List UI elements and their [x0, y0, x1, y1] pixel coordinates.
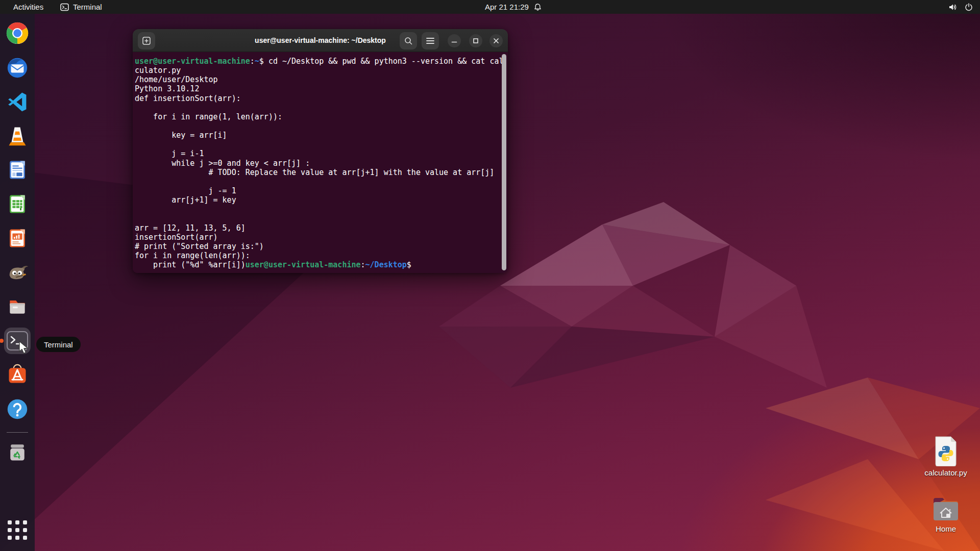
- show-applications-button[interactable]: [8, 520, 27, 540]
- top-panel: Activities Terminal Apr 21 21:29: [0, 0, 980, 14]
- notification-bell-icon: [534, 3, 542, 11]
- dock-item-vscode[interactable]: [4, 88, 31, 115]
- desktop-icon-label: calculator.py: [924, 468, 967, 477]
- help-icon: [6, 398, 29, 420]
- close-icon: [493, 38, 499, 44]
- grid-dot: [15, 520, 19, 524]
- terminal-line: [135, 205, 506, 214]
- grid-dot: [15, 536, 19, 540]
- grid-dot: [8, 536, 12, 540]
- dock-item-thunderbird[interactable]: [4, 54, 31, 81]
- terminal-headerbar[interactable]: user@user-virtual-machine: ~/Desktop: [133, 29, 508, 52]
- mouse-cursor: [18, 341, 32, 357]
- terminal-line: def insertionSort(arr):: [135, 94, 506, 103]
- desktop-icon-calculator-py[interactable]: calculator.py: [922, 435, 969, 478]
- home-folder-icon: [922, 496, 969, 522]
- dock-tooltip-label: Terminal: [44, 340, 73, 349]
- dock-item-ubuntu-software[interactable]: [4, 362, 31, 388]
- search-button[interactable]: [400, 32, 417, 49]
- vlc-icon: [6, 124, 29, 147]
- terminal-line: /home/user/Desktop: [135, 75, 506, 84]
- dock-tooltip: Terminal: [36, 337, 81, 352]
- dock-divider: [7, 432, 28, 433]
- terminal-line: j -= 1: [135, 186, 506, 195]
- minimize-button[interactable]: [448, 34, 461, 47]
- desktop-icon-label: Home: [936, 524, 956, 533]
- running-indicator-dot: [0, 339, 4, 343]
- activities-button[interactable]: Activities: [10, 0, 46, 14]
- terminal-screen[interactable]: user@user-virtual-machine:~$ cd ~/Deskto…: [133, 52, 508, 273]
- clock-button[interactable]: Apr 21 21:29: [485, 0, 542, 14]
- terminal-window: user@user-virtual-machine: ~/Desktop: [133, 29, 508, 273]
- grid-dot: [8, 520, 12, 524]
- power-icon: [965, 3, 973, 11]
- terminal-line: insertionSort(arr): [135, 233, 506, 242]
- clock-label: Apr 21 21:29: [485, 3, 529, 11]
- terminal-text: user@user-virtual-machine:~$ cd ~/Deskto…: [135, 57, 506, 269]
- terminal-scrollbar[interactable]: [502, 54, 506, 270]
- terminal-line: Python 3.10.12: [135, 84, 506, 93]
- menu-button[interactable]: [422, 32, 439, 49]
- terminal-line: [135, 177, 506, 186]
- dock-item-libreoffice-writer[interactable]: [4, 157, 31, 183]
- terminal-line: while j >=0 and key < arr[j] :: [135, 159, 506, 168]
- chrome-icon: [6, 21, 29, 45]
- maximize-button[interactable]: [469, 34, 482, 47]
- close-button[interactable]: [489, 34, 503, 47]
- dock-item-trash[interactable]: [4, 439, 31, 465]
- dock-item-help[interactable]: [4, 396, 31, 422]
- dock-item-gimp[interactable]: [4, 259, 31, 286]
- grid-dot: [23, 528, 27, 532]
- dock-item-files[interactable]: [4, 293, 31, 320]
- new-tab-button[interactable]: [138, 32, 155, 49]
- minimize-icon: [451, 38, 457, 44]
- libreoffice-impress-icon: [7, 228, 28, 249]
- system-status-area[interactable]: [948, 0, 973, 14]
- trash-icon: [6, 441, 29, 463]
- maximize-icon: [473, 38, 479, 44]
- terminal-line: [135, 121, 506, 131]
- terminal-line: [135, 214, 506, 223]
- desktop-icon-home[interactable]: Home: [922, 496, 969, 534]
- gimp-icon: [6, 261, 29, 284]
- terminal-line: [135, 103, 506, 112]
- volume-icon: [948, 3, 958, 11]
- terminal-line: print ("%d" %arr[i])user@user-virtual-ma…: [135, 260, 506, 269]
- grid-dot: [15, 528, 19, 532]
- terminal-line: user@user-virtual-machine:~$ cd ~/Deskto…: [135, 57, 506, 66]
- focused-app-menu[interactable]: Terminal: [60, 0, 102, 14]
- search-icon: [404, 36, 413, 45]
- libreoffice-writer-icon: [7, 159, 28, 181]
- libreoffice-calc-icon: [7, 193, 28, 215]
- terminal-line: for i in range(1, len(arr)):: [135, 112, 506, 121]
- grid-dot: [23, 520, 27, 524]
- new-tab-icon: [142, 36, 151, 45]
- terminal-line: arr[j+1] = key: [135, 195, 506, 205]
- dock: [0, 14, 35, 551]
- vscode-icon: [6, 90, 29, 113]
- python-file-icon: [922, 435, 969, 466]
- dock-item-vlc[interactable]: [4, 122, 31, 149]
- dock-item-libreoffice-impress[interactable]: [4, 225, 31, 252]
- hamburger-menu-icon: [426, 37, 434, 44]
- terminal-line: key = arr[i]: [135, 131, 506, 140]
- files-icon: [6, 295, 29, 318]
- dock-item-libreoffice-calc[interactable]: [4, 191, 31, 217]
- terminal-line: for i in range(len(arr)):: [135, 251, 506, 260]
- ubuntu-software-icon: [6, 364, 29, 386]
- terminal-line: j = i-1: [135, 149, 506, 158]
- grid-dot: [23, 536, 27, 540]
- dock-item-chrome[interactable]: [4, 20, 31, 46]
- terminal-line: [135, 140, 506, 149]
- terminal-app-icon: [60, 3, 69, 11]
- grid-dot: [8, 528, 12, 532]
- focused-app-name: Terminal: [73, 3, 102, 11]
- terminal-line: culator.py: [135, 66, 506, 75]
- terminal-line: arr = [12, 11, 13, 5, 6]: [135, 223, 506, 233]
- terminal-line: # print ("Sorted array is:"): [135, 242, 506, 251]
- activities-label: Activities: [13, 3, 43, 11]
- terminal-line: # TODO: Replace the value at arr[j+1] wi…: [135, 168, 506, 177]
- thunderbird-icon: [6, 56, 29, 79]
